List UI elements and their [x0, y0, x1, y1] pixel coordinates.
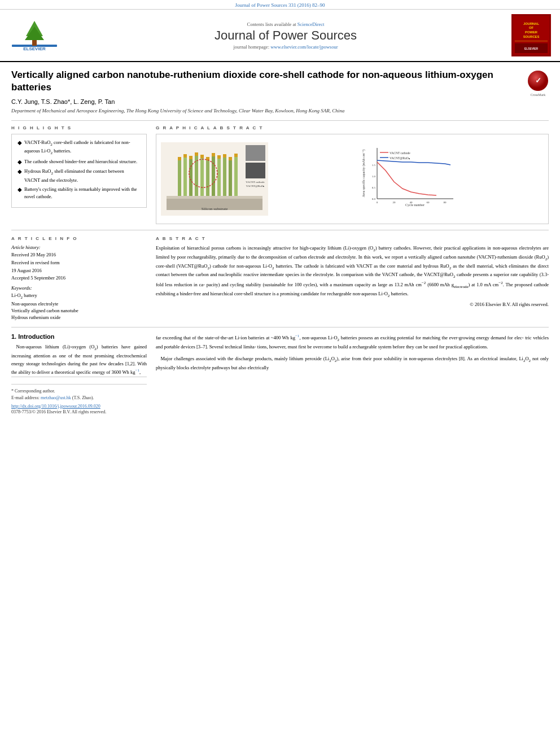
svg-text:POWER: POWER [525, 30, 538, 34]
svg-rect-41 [234, 154, 238, 157]
graphical-abstract-column: G R A P H I C A L A B S T R A C T Si [156, 125, 549, 224]
corresponding-footnote: * Corresponding author. [11, 388, 147, 395]
graphical-abstract-inner: Silicon substrate [161, 142, 544, 216]
email-link[interactable]: metzhao@ust.hk [41, 395, 71, 400]
svg-text:20: 20 [393, 201, 396, 204]
keywords-label: Keywords: [11, 285, 147, 291]
journal-header-center: Contents lists available at ScienceDirec… [60, 21, 511, 50]
svg-rect-37 [212, 153, 215, 156]
svg-rect-21 [183, 156, 187, 196]
highlight-text-1: VACNT-RuO2 core-shell cathode is fabrica… [24, 139, 141, 156]
intro-left-text: Non-aqueous lithium (Li)-oxygen (O2) bat… [11, 343, 147, 376]
keyword-4: Hydrous ruthenium oxide [11, 314, 147, 320]
highlight-text-3: Hydrous RuO2 shell eliminated the contac… [24, 168, 141, 184]
journal-citation: Journal of Power Sources 331 (2016) 82–9… [235, 2, 325, 8]
article-content: Vertically aligned carbon nanotube-ruthe… [0, 62, 560, 422]
accepted-date: Accepted 5 September 2016 [11, 275, 147, 282]
svg-rect-44 [246, 163, 265, 178]
svg-text:Cycle number: Cycle number [405, 203, 425, 207]
svg-text:VACNT@RuO₂: VACNT@RuO₂ [390, 156, 410, 160]
svg-rect-20 [178, 159, 181, 196]
svg-rect-18 [167, 196, 262, 199]
footnote-section: * Corresponding author. E-mail address: … [11, 377, 147, 416]
svg-text:JOURNAL: JOURNAL [523, 22, 540, 25]
revised-date: 19 August 2016 [11, 268, 147, 274]
article-info-heading: A R T I C L E I N F O [11, 236, 147, 241]
highlights-graphical-section: H I G H L I G H T S ◆ VACNT-RuO2 core-sh… [11, 125, 549, 224]
svg-rect-24 [200, 157, 204, 196]
keyword-2: Non-aqueous electrolyte [11, 301, 147, 307]
contents-available: Contents lists available at ScienceDirec… [60, 21, 511, 27]
svg-text:ELSEVIER: ELSEVIER [23, 46, 46, 51]
journal-homepage-link[interactable]: www.elsevier.com/locate/jpowsour [270, 44, 338, 50]
svg-rect-3 [32, 40, 37, 46]
email-footnote: E-mail address: metzhao@ust.hk (T.S. Zha… [11, 395, 147, 401]
doi-link[interactable]: http://dx.doi.org/10.1016/j.jpowsour.201… [11, 404, 100, 409]
svg-text:40: 40 [410, 201, 413, 204]
svg-rect-29 [229, 159, 232, 196]
issn-text: 0378-7753/© 2016 Elsevier B.V. All right… [11, 409, 147, 416]
svg-text:1.5: 1.5 [372, 164, 376, 167]
article-title-section: Vertically aligned carbon nanotube-ruthe… [11, 69, 549, 94]
bullet-4: ◆ [18, 186, 22, 193]
svg-text:0.5: 0.5 [372, 186, 376, 189]
abstract-text: Exploitation of hierarchical porous carb… [156, 244, 549, 299]
svg-text:Silicon substrate: Silicon substrate [202, 207, 228, 211]
highlights-column: H I G H L I G H T S ◆ VACNT-RuO2 core-sh… [11, 125, 147, 224]
cycle-chart-svg: Area specific capacity (mAh cm⁻²) Cycle … [273, 142, 544, 216]
svg-rect-43 [246, 145, 265, 161]
article-info-column: A R T I C L E I N F O Article history: R… [11, 236, 147, 321]
svg-rect-34 [195, 152, 198, 156]
svg-rect-30 [234, 156, 238, 196]
crossmark-badge[interactable]: ✓ CrossMark [527, 70, 549, 91]
svg-text:60: 60 [427, 201, 430, 204]
author-affiliation: Department of Mechanical and Aerospace E… [11, 107, 549, 115]
bullet-2: ◆ [18, 158, 22, 165]
highlight-text-2: The cathode showed binder-free and hiera… [24, 158, 137, 165]
bullet-1: ◆ [18, 139, 22, 146]
svg-text:VACNT cathode: VACNT cathode [390, 151, 410, 155]
cycle-chart: Area specific capacity (mAh cm⁻²) Cycle … [273, 142, 544, 216]
svg-rect-39 [223, 154, 226, 158]
graphical-abstract-heading: G R A P H I C A L A B S T R A C T [156, 125, 549, 130]
abstract-column: A B S T R A C T Exploitation of hierarch… [156, 236, 549, 321]
highlights-heading: H I G H L I G H T S [11, 125, 147, 130]
svg-text:0.0: 0.0 [372, 198, 376, 200]
journal-header: ELSEVIER Contents lists available at Sci… [0, 10, 560, 62]
svg-rect-25 [206, 159, 209, 196]
nanotube-illustration: Silicon substrate [161, 142, 268, 216]
highlight-item-3: ◆ Hydrous RuO2 shell eliminated the cont… [18, 168, 141, 184]
svg-rect-32 [183, 154, 187, 158]
nanotube-svg: Silicon substrate [161, 142, 268, 216]
svg-text:Area specific capacity (mAh cm: Area specific capacity (mAh cm⁻²) [362, 150, 366, 197]
svg-rect-38 [217, 155, 221, 159]
journal-title: Journal of Power Sources [60, 28, 511, 43]
sciencedirect-link[interactable]: ScienceDirect [298, 21, 325, 27]
keyword-3: Vertically aligned carbon nanotube [11, 308, 147, 313]
authors-line: C.Y. Jung, T.S. Zhao*, L. Zeng, P. Tan [11, 98, 549, 105]
keyword-1: Li-O2 battery [11, 292, 147, 300]
svg-text:✓: ✓ [535, 76, 541, 85]
svg-rect-23 [195, 155, 198, 196]
svg-text:1.0: 1.0 [372, 175, 376, 178]
highlight-item-1: ◆ VACNT-RuO2 core-shell cathode is fabri… [18, 139, 141, 156]
page-wrapper: Journal of Power Sources 331 (2016) 82–9… [0, 0, 560, 747]
svg-text:80: 80 [444, 201, 447, 204]
highlight-item-4: ◆ Battery's cycling stability is remarka… [18, 186, 141, 200]
svg-text:VACNT cathode: VACNT cathode [246, 181, 265, 184]
graphical-abstract-box: Silicon substrate [156, 134, 549, 224]
highlights-box: ◆ VACNT-RuO2 core-shell cathode is fabri… [11, 134, 147, 208]
intro-right-text-2: Major challenges associated with the dis… [156, 355, 549, 372]
copyright-line: © 2016 Elsevier B.V. All rights reserved… [156, 302, 549, 307]
bullet-3: ◆ [18, 168, 22, 175]
received-date: Received 20 May 2016 [11, 252, 147, 259]
article-info-abstract-section: A R T I C L E I N F O Article history: R… [11, 230, 549, 321]
journal-cover-image: JOURNAL OF POWER SOURCES ELSEVIER [511, 14, 551, 56]
svg-rect-35 [200, 155, 204, 158]
svg-rect-26 [212, 155, 215, 196]
elsevier-logo: ELSEVIER [9, 16, 60, 54]
svg-rect-28 [223, 156, 226, 196]
svg-text:SOURCES: SOURCES [523, 35, 540, 38]
section-title-1: 1. Introduction [11, 333, 147, 340]
svg-rect-27 [217, 158, 221, 196]
